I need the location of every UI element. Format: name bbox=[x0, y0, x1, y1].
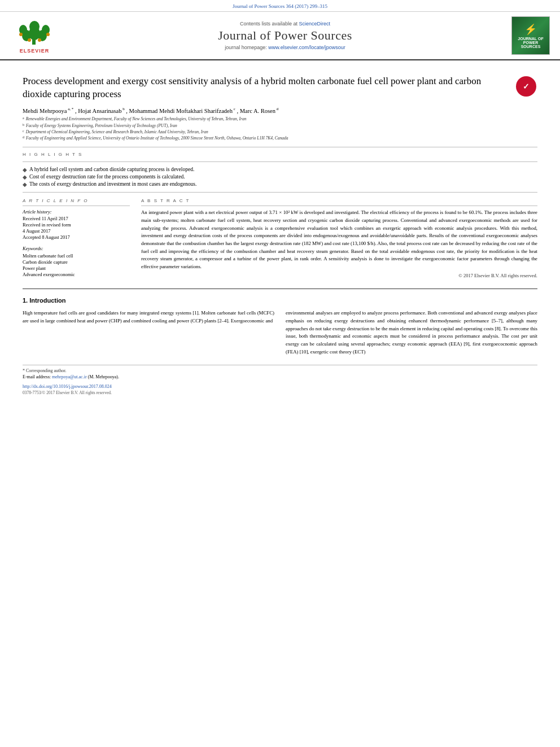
abstract-section: A B S T R A C T An integrated power plan… bbox=[141, 198, 537, 278]
keyword-1: Molten carbonate fuel cell bbox=[23, 253, 130, 259]
crossmark-badge[interactable]: ✓ bbox=[515, 75, 537, 98]
homepage-link[interactable]: www.elsevier.com/locate/jpowsour bbox=[268, 45, 345, 50]
introduction-section: 1. Introduction High temperature fuel ce… bbox=[23, 297, 537, 356]
journal-title: Journal of Power Sources bbox=[218, 28, 352, 43]
bullet-1: ◆ bbox=[23, 167, 27, 173]
article-history-label: Article history: bbox=[23, 209, 130, 215]
two-col-layout: A R T I C L E I N F O Article history: R… bbox=[23, 198, 537, 284]
ps-logo-line1: JOURNAL OF bbox=[518, 37, 543, 41]
doi-section: http://dx.doi.org/10.1016/j.jpowsour.201… bbox=[23, 384, 537, 395]
highlight-text-1: A hybrid fuel cell system and carbon dio… bbox=[29, 167, 194, 173]
left-column: A R T I C L E I N F O Article history: R… bbox=[23, 198, 130, 284]
accepted-date: Accepted 8 August 2017 bbox=[23, 234, 130, 240]
highlight-text-2: Cost of exergy destruction rate for the … bbox=[29, 174, 185, 180]
intro-two-col: High temperature fuel cells are good can… bbox=[23, 309, 537, 356]
ps-logo-line3: SOURCES bbox=[521, 45, 541, 49]
crossmark-icon: ✓ bbox=[516, 76, 536, 97]
doi-link[interactable]: http://dx.doi.org/10.1016/j.jpowsour.201… bbox=[23, 384, 537, 389]
email-address[interactable]: mehrpoya@ut.ac.ir bbox=[52, 374, 87, 379]
divider-highlights-top bbox=[23, 147, 537, 147]
elsevier-brand-label: ELSEVIER bbox=[20, 48, 50, 54]
abstract-divider bbox=[141, 206, 537, 206]
contents-available-line: Contents lists available at ScienceDirec… bbox=[240, 21, 330, 27]
highlight-item-1: ◆ A hybrid fuel cell system and carbon d… bbox=[23, 167, 537, 173]
revised-label: Received in revised form bbox=[23, 222, 130, 228]
homepage-line: journal homepage: www.elsevier.com/locat… bbox=[225, 45, 345, 50]
bullet-2: ◆ bbox=[23, 174, 27, 180]
svg-text:✓: ✓ bbox=[523, 82, 530, 91]
crossmark-svg: ✓ bbox=[518, 78, 534, 94]
article-title-text: Process development and exergy cost sens… bbox=[23, 76, 481, 99]
divider-intro-top bbox=[23, 289, 537, 289]
svg-point-9 bbox=[28, 38, 31, 42]
article-title-block: Process development and exergy cost sens… bbox=[23, 75, 537, 101]
highlight-item-2: ◆ Cost of exergy destruction rate for th… bbox=[23, 174, 537, 180]
keyword-4: Advanced exergoeconomic bbox=[23, 272, 130, 277]
email-person: (M. Mehrpooya). bbox=[88, 374, 119, 379]
author-sup-b: b bbox=[121, 107, 124, 111]
highlight-item-3: ◆ The costs of exergy destruction and in… bbox=[23, 181, 537, 187]
keywords-label: Keywords: bbox=[23, 246, 130, 251]
ps-logo-box: ⚡ JOURNAL OF POWER SOURCES bbox=[511, 16, 550, 55]
highlights-section: H I G H L I G H T S ◆ A hybrid fuel cell… bbox=[23, 152, 537, 193]
intro-heading: 1. Introduction bbox=[23, 297, 537, 304]
corresponding-author-note: * Corresponding author. bbox=[23, 368, 537, 373]
email-footnote: E-mail address: mehrpoya@ut.ac.ir (M. Me… bbox=[23, 374, 537, 379]
homepage-label: journal homepage: bbox=[225, 45, 267, 50]
affil-sup-c: c bbox=[23, 129, 24, 135]
page: Journal of Power Sources 364 (2017) 299–… bbox=[0, 0, 560, 747]
author-sup-a: a, * bbox=[67, 107, 73, 111]
elsevier-logo: ELSEVIER bbox=[9, 16, 60, 55]
issn-line: 0378-7753/© 2017 Elsevier B.V. All right… bbox=[23, 390, 537, 395]
affil-c-text: Department of Chemical Engineering, Scie… bbox=[26, 129, 208, 135]
affil-sup-b: b bbox=[23, 123, 24, 129]
abstract-copyright: © 2017 Elsevier B.V. All rights reserved… bbox=[141, 273, 537, 278]
sciencedirect-link[interactable]: ScienceDirect bbox=[299, 21, 331, 27]
intro-number: 1. bbox=[23, 297, 28, 304]
abstract-text: An integrated power plant with a net ele… bbox=[141, 209, 537, 270]
ps-logo-line2: POWER bbox=[523, 41, 538, 45]
keywords-section: Keywords: Molten carbonate fuel cell Car… bbox=[23, 246, 130, 277]
article-info-label: A R T I C L E I N F O bbox=[23, 198, 130, 203]
keyword-2: Carbon dioxide capture bbox=[23, 259, 130, 265]
affil-d-text: Faculty of Engineering and Applied Scien… bbox=[26, 135, 288, 141]
affil-b-text: Faculty of Energy Systems Engineering, P… bbox=[26, 123, 177, 129]
revised-date: 4 August 2017 bbox=[23, 228, 130, 234]
intro-title: Introduction bbox=[29, 297, 65, 304]
svg-point-7 bbox=[19, 33, 23, 36]
ps-logo-icon: ⚡ bbox=[524, 23, 537, 36]
author-sup-c: c bbox=[233, 107, 235, 111]
intro-left-text: High temperature fuel cells are good can… bbox=[23, 309, 274, 325]
intro-right-text: environmental analyses are employed to a… bbox=[286, 309, 537, 356]
affil-a: a Renewable Energies and Environment Dep… bbox=[23, 116, 537, 122]
main-content: Process development and exergy cost sens… bbox=[0, 60, 560, 402]
authors-line: Mehdi Mehrpooya a, * , Hojat Ansarinasab… bbox=[23, 107, 537, 114]
keyword-3: Power plant bbox=[23, 265, 130, 271]
footnote-area: * Corresponding author. E-mail address: … bbox=[23, 365, 537, 379]
abstract-label: A B S T R A C T bbox=[141, 198, 537, 203]
highlights-label: H I G H L I G H T S bbox=[23, 152, 537, 157]
affiliations: a Renewable Energies and Environment Dep… bbox=[23, 116, 537, 141]
highlight-text-3: The costs of exergy destruction and inve… bbox=[29, 181, 196, 187]
author-moftakhari: Mohammad Mehdi Moftakhari Sharifzadeh bbox=[129, 107, 233, 113]
svg-point-6 bbox=[29, 21, 40, 32]
affil-d: d Faculty of Engineering and Applied Sci… bbox=[23, 135, 537, 141]
contents-text: Contents lists available at bbox=[240, 21, 299, 27]
author-mehrpooya: Mehdi Mehrpooya bbox=[23, 107, 67, 113]
affil-a-text: Renewable Energies and Environment Depar… bbox=[26, 116, 247, 122]
bullet-3: ◆ bbox=[23, 181, 27, 187]
svg-point-10 bbox=[38, 38, 41, 42]
elsevier-tree-icon bbox=[15, 18, 54, 47]
svg-point-8 bbox=[46, 33, 50, 36]
affil-c: c Department of Chemical Engineering, Sc… bbox=[23, 129, 537, 135]
author-rosen: Marc A. Rosen bbox=[240, 107, 275, 113]
intro-right-col: environmental analyses are employed to a… bbox=[286, 309, 537, 356]
author-ansarinasab: Hojat Ansarinasab bbox=[78, 107, 121, 113]
journal-ref-text: Journal of Power Sources 364 (2017) 299–… bbox=[233, 3, 327, 9]
author-sup-d: d bbox=[275, 107, 278, 111]
intro-left-col: High temperature fuel cells are good can… bbox=[23, 309, 274, 356]
affil-sup-a: a bbox=[23, 116, 24, 122]
info-divider bbox=[23, 206, 130, 206]
affil-sup-d: d bbox=[23, 135, 24, 141]
journal-ref-bar: Journal of Power Sources 364 (2017) 299–… bbox=[0, 0, 560, 12]
